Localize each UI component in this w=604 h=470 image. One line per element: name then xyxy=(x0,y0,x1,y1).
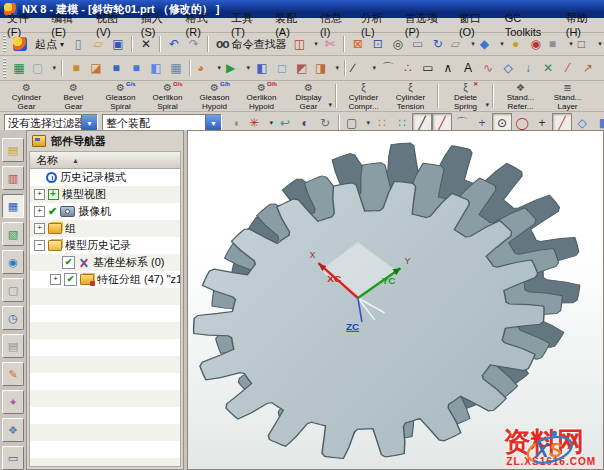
datum-plane-icon[interactable]: ◇ xyxy=(498,58,518,78)
tree-item[interactable]: +组 xyxy=(30,220,180,237)
oerlikon-hypoid-button[interactable]: ⚙O/hOerlikonHypoid xyxy=(238,82,285,111)
shell-icon[interactable]: ◻ xyxy=(272,58,292,78)
new-file-icon[interactable]: ▯ xyxy=(68,34,88,54)
system-scenes-tab[interactable]: ❖ xyxy=(2,418,24,442)
toolbar-grip[interactable] xyxy=(3,58,6,77)
offset-curve-icon[interactable]: ≈ xyxy=(598,58,604,78)
constraint-navigator-tab[interactable]: ▥ xyxy=(2,166,24,190)
web-browser-tab[interactable]: ▢ xyxy=(2,278,24,302)
edge-blend-icon[interactable]: ◕ xyxy=(194,58,223,78)
checkbox-checked-icon[interactable]: ✔ xyxy=(64,273,77,286)
pattern-feature-icon[interactable]: ▦ xyxy=(166,58,186,78)
expand-icon[interactable]: + xyxy=(34,189,45,200)
part-navigator-tab[interactable]: ▦ xyxy=(2,194,24,218)
manufacturing-wizards-tab[interactable]: ✎ xyxy=(2,362,24,386)
cylinder-tension-spring-button[interactable]: ξCylinderTension xyxy=(387,82,434,111)
tree-item[interactable]: +✔特征分组 (47) "z18 xyxy=(30,271,180,288)
cylinder-compression-spring-button[interactable]: ξCylinderCompr... xyxy=(340,82,387,111)
hole-icon[interactable]: ■ xyxy=(126,58,146,78)
section-view-icon[interactable]: ▱ xyxy=(448,34,477,54)
true-shading-icon[interactable]: ◉ xyxy=(526,34,546,54)
arc-icon[interactable]: ⌒ xyxy=(378,58,398,78)
zoom-view-icon[interactable]: ⊡ xyxy=(368,34,388,54)
display-gear-button[interactable]: ⚙DisplayGear▾ xyxy=(285,82,332,111)
undo-icon[interactable]: ↶ xyxy=(164,34,184,54)
display-mode-icon[interactable]: ■ xyxy=(546,34,575,54)
bevel-gear-button[interactable]: ⚙BevelGear xyxy=(50,82,97,111)
unite-icon[interactable]: ◧ xyxy=(252,58,272,78)
delete-icon[interactable]: ✕ xyxy=(136,34,156,54)
dropdown-arrow-icon[interactable]: ▼ xyxy=(81,115,97,132)
draft-icon[interactable]: ▶ xyxy=(223,58,252,78)
extrude-icon[interactable]: ◪ xyxy=(86,58,106,78)
rendering-style-icon[interactable]: ◆ xyxy=(477,34,506,54)
view-box-icon[interactable]: □ xyxy=(575,34,604,54)
point-icon[interactable]: ∴ xyxy=(398,58,418,78)
open-file-icon[interactable]: ▱ xyxy=(88,34,108,54)
menu-item[interactable]: 工具(T) xyxy=(224,11,268,39)
touch-mode-icon[interactable]: ✄ xyxy=(320,34,340,54)
extend-curve-icon[interactable]: ↗ xyxy=(578,58,598,78)
profile-icon[interactable]: ∧ xyxy=(438,58,458,78)
process-studio-tab[interactable]: ▤ xyxy=(2,334,24,358)
rectangle-icon[interactable]: ▭ xyxy=(418,58,438,78)
dropdown-arrow-icon[interactable]: ▼ xyxy=(205,115,221,132)
oerlikon-spiral-button[interactable]: ⚙O/sOerlikonSpiral xyxy=(144,82,191,111)
gear-model-canvas[interactable]: XC YC ZC X Y xyxy=(188,131,603,469)
button-label: Gear xyxy=(300,102,318,111)
collapse-icon[interactable]: − xyxy=(34,240,45,251)
save-file-icon[interactable]: ▣ xyxy=(108,34,128,54)
intersection-curve-icon[interactable]: ✕ xyxy=(538,58,558,78)
move-face-icon[interactable]: ◨ xyxy=(312,58,341,78)
tree-item[interactable]: ✔基准坐标系 (0) xyxy=(30,254,180,271)
pan-view-icon[interactable]: ▭ xyxy=(408,34,428,54)
name-column-header[interactable]: 名称 ▲ xyxy=(29,151,181,169)
line-icon[interactable]: ∕ xyxy=(349,58,378,78)
command-finder-button[interactable]: oo 命令查找器 xyxy=(212,37,291,52)
cylinder-gear-button[interactable]: ⚙CylinderGear xyxy=(3,82,50,111)
gleason-hypoid-icon: ⚙G/h xyxy=(210,83,219,93)
history-tab[interactable]: ◷ xyxy=(2,306,24,330)
project-curve-icon[interactable]: ↓ xyxy=(518,58,538,78)
expand-icon[interactable]: + xyxy=(34,206,45,217)
checkbox-checked-icon[interactable]: ✔ xyxy=(62,256,75,269)
boss-icon[interactable]: ◧ xyxy=(146,58,166,78)
direct-sketch-icon[interactable]: ▢ xyxy=(29,58,58,78)
screen-layout-icon[interactable]: ◫ xyxy=(291,34,320,54)
task-sketch-icon[interactable]: ▦ xyxy=(9,58,29,78)
reuse-library-tab[interactable]: ▧ xyxy=(2,222,24,246)
tree-item[interactable]: +✔摄像机 xyxy=(30,203,180,220)
block-icon[interactable]: ■ xyxy=(66,58,86,78)
text-icon[interactable]: A xyxy=(458,58,478,78)
name-column-label: 名称 xyxy=(36,153,58,168)
tree-item[interactable]: 历史记录模式 xyxy=(30,169,180,186)
toolbar-grip[interactable] xyxy=(3,35,6,53)
sort-ascending-icon[interactable]: ▲ xyxy=(72,157,79,164)
redo-icon[interactable]: ↷ xyxy=(184,34,204,54)
graphics-window[interactable]: XC YC ZC X Y X S 资料网 ZL.XS1616.COM xyxy=(187,130,604,470)
start-menu-button[interactable]: 起点 ▾ xyxy=(9,34,68,54)
trim-curve-icon[interactable]: ⁄ xyxy=(558,58,578,78)
roles-tab[interactable]: ✦ xyxy=(2,390,24,414)
gleason-hypoid-button[interactable]: ⚙G/hGleasonHypoid xyxy=(191,82,238,111)
background-sphere-icon[interactable]: ● xyxy=(506,34,526,54)
tree-item[interactable]: +模型视图 xyxy=(30,186,180,203)
standard-reference-button[interactable]: ❖Stand...Refer... xyxy=(497,82,544,111)
expand-icon[interactable]: + xyxy=(50,274,61,285)
expand-icon[interactable]: + xyxy=(34,223,45,234)
fit-view-icon[interactable]: ⊠ xyxy=(348,34,368,54)
revolve-icon[interactable]: ■ xyxy=(106,58,126,78)
standard-layer-button[interactable]: ≣Stand...Layer xyxy=(544,82,591,111)
hd3d-tools-tab[interactable]: ◉ xyxy=(2,250,24,274)
toolbar-separator xyxy=(344,60,346,76)
gleason-spiral-button[interactable]: ⚙G/sGleasonSpiral xyxy=(97,82,144,111)
assembly-navigator-tab[interactable]: ▤ xyxy=(2,138,24,162)
windows-tab[interactable]: ▭ xyxy=(2,446,24,470)
helical-gear-model[interactable] xyxy=(188,131,603,469)
delete-spring-button[interactable]: ξ✕DeleteSpring▾ xyxy=(442,82,489,111)
magnify-view-icon[interactable]: ◎ xyxy=(388,34,408,54)
rotate-view-icon[interactable]: ↻ xyxy=(428,34,448,54)
trim-body-icon[interactable]: ◩ xyxy=(292,58,312,78)
tree-item[interactable]: −模型历史记录 xyxy=(30,237,180,254)
studio-spline-icon[interactable]: ∿ xyxy=(478,58,498,78)
